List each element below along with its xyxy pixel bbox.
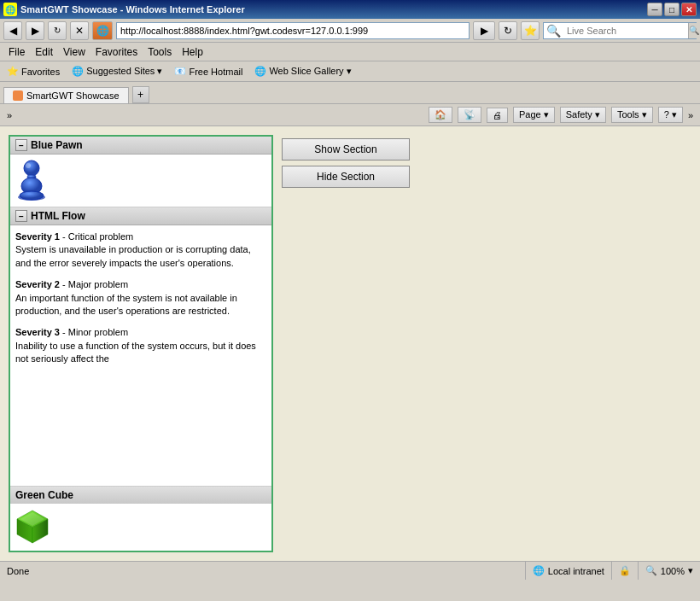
- refresh-button[interactable]: ↻: [48, 21, 67, 40]
- search-provider-icon: 🔍: [544, 24, 563, 38]
- blue-pawn-title: Blue Pawn: [31, 139, 83, 151]
- search-box: 🔍 🔍: [543, 22, 697, 39]
- safety-button[interactable]: Safety ▾: [560, 107, 606, 123]
- tab-smartgwt[interactable]: SmartGWT Showcase: [3, 87, 129, 103]
- tab-label: SmartGWT Showcase: [26, 90, 120, 101]
- menu-favorites[interactable]: Favorites: [90, 44, 143, 60]
- zoom-icon: 🔍: [645, 565, 657, 576]
- zone-label: Local intranet: [548, 566, 604, 576]
- svg-point-5: [26, 163, 31, 168]
- free-hotmail-button[interactable]: 📧 Free Hotmail: [171, 64, 246, 79]
- hotmail-icon: 📧: [174, 66, 186, 77]
- more-tools-icon: »: [7, 110, 12, 120]
- severity-1-description: System is unavailable in production or i…: [15, 243, 266, 270]
- tab-favicon: [13, 90, 23, 101]
- help-button[interactable]: ? ▾: [658, 107, 683, 123]
- print-button[interactable]: 🖨: [487, 108, 508, 123]
- extra-options-icon: »: [688, 110, 693, 120]
- feeds-button[interactable]: 📡: [458, 107, 481, 123]
- ie-logo: 🌐: [92, 21, 113, 40]
- menu-help[interactable]: Help: [177, 44, 208, 60]
- hide-section-button[interactable]: Hide Section: [282, 166, 410, 188]
- severity-3-description: Inability to use a function of the syste…: [15, 340, 266, 366]
- svg-point-4: [20, 191, 44, 200]
- main-content: − Blue Pawn: [0, 126, 700, 561]
- favorites-label: Favorites: [21, 67, 60, 77]
- window-title: SmartGWT Showcase - Windows Internet Exp…: [20, 4, 245, 15]
- status-bar: Done 🌐 Local intranet 🔒 🔍 100% ▾: [0, 561, 700, 580]
- green-cube-header: Green Cube: [10, 487, 271, 504]
- section-container: − Blue Pawn: [9, 135, 273, 552]
- html-flow-content[interactable]: Severity 1 - Critical problem System is …: [10, 225, 271, 486]
- blue-pawn-header: − Blue Pawn: [10, 137, 271, 155]
- menu-tools[interactable]: Tools: [143, 44, 177, 60]
- search-submit-button[interactable]: 🔍: [688, 23, 699, 38]
- forward-button[interactable]: ▶: [26, 21, 44, 40]
- html-flow-section: − HTML Flow Severity 1 - Critical proble…: [10, 207, 271, 486]
- security-section: 🔒: [611, 562, 638, 580]
- html-flow-header: − HTML Flow: [10, 207, 271, 225]
- stop-button[interactable]: ✕: [70, 21, 89, 40]
- page-button[interactable]: Page ▾: [513, 107, 555, 123]
- minimize-button[interactable]: ─: [647, 3, 662, 16]
- green-cube-title: Green Cube: [15, 489, 73, 501]
- suggested-sites-icon: 🌐: [72, 66, 84, 77]
- new-tab-button[interactable]: +: [132, 86, 149, 103]
- tab-bar: SmartGWT Showcase +: [0, 82, 700, 104]
- severity-2-title: Severity 2 - Major problem: [15, 278, 266, 291]
- svg-point-0: [24, 160, 39, 176]
- web-slice-label: Web Slice Gallery ▾: [269, 66, 351, 77]
- blue-pawn-content: [10, 155, 271, 207]
- favorites-star-icon: ⭐: [7, 66, 19, 77]
- address-bar: ◀ ▶ ↻ ✕ 🌐 ▶ ↻ ⭐ 🔍 🔍: [0, 19, 700, 43]
- navigation-row: » 🏠 📡 🖨 Page ▾ Safety ▾ Tools ▾ ? ▾ »: [0, 104, 700, 126]
- close-button[interactable]: ✕: [681, 3, 697, 16]
- go-button[interactable]: ▶: [473, 21, 495, 40]
- address-input[interactable]: [116, 22, 470, 39]
- window-controls: ─ □ ✕: [647, 3, 697, 16]
- html-flow-title: HTML Flow: [31, 210, 85, 222]
- severity-1-entry: Severity 1 - Critical problem System is …: [15, 230, 266, 270]
- zoom-section[interactable]: 🔍 100% ▾: [638, 562, 700, 580]
- web-slice-icon: 🌐: [254, 66, 266, 77]
- refresh-btn2[interactable]: ↻: [499, 21, 517, 40]
- lock-icon: 🔒: [619, 565, 631, 576]
- green-cube-icon: [14, 507, 51, 545]
- zone-section: 🌐 Local intranet: [525, 562, 611, 580]
- favorites-star[interactable]: ⭐: [521, 21, 540, 40]
- green-cube-content: [10, 504, 271, 551]
- zone-icon: 🌐: [533, 565, 545, 576]
- severity-3-title: Severity 3 - Minor problem: [15, 326, 266, 339]
- menu-view[interactable]: View: [58, 44, 90, 60]
- favorites-bar: ⭐ Favorites 🌐 Suggested Sites ▾ 📧 Free H…: [0, 61, 700, 82]
- favorites-button[interactable]: ⭐ Favorites: [3, 64, 63, 79]
- zoom-chevron-icon: ▾: [688, 565, 693, 576]
- title-bar: 🌐 SmartGWT Showcase - Windows Internet E…: [0, 0, 700, 19]
- blue-pawn-toggle[interactable]: −: [15, 139, 27, 151]
- blue-pawn-icon: [14, 158, 50, 201]
- home-button[interactable]: 🏠: [429, 107, 452, 123]
- severity-3-entry: Severity 3 - Minor problem Inability to …: [15, 326, 266, 365]
- green-cube-section: Green Cube: [10, 486, 271, 551]
- menu-bar: File Edit View Favorites Tools Help: [0, 43, 700, 61]
- menu-edit[interactable]: Edit: [30, 44, 58, 60]
- search-input[interactable]: [563, 26, 688, 36]
- menu-file[interactable]: File: [3, 44, 30, 60]
- maximize-button[interactable]: □: [664, 3, 680, 16]
- suggested-sites-label: Suggested Sites ▾: [86, 66, 162, 77]
- severity-2-description: An important function of the system is n…: [15, 292, 266, 318]
- suggested-sites-button[interactable]: 🌐 Suggested Sites ▾: [68, 64, 166, 79]
- free-hotmail-label: Free Hotmail: [189, 67, 242, 77]
- html-flow-toggle[interactable]: −: [15, 210, 27, 222]
- web-slice-gallery-button[interactable]: 🌐 Web Slice Gallery ▾: [251, 64, 354, 79]
- severity-2-entry: Severity 2 - Major problem An important …: [15, 278, 266, 318]
- zoom-level: 100%: [661, 566, 685, 576]
- right-panel: Show Section Hide Section: [282, 135, 410, 552]
- back-button[interactable]: ◀: [3, 21, 22, 40]
- blue-pawn-section: − Blue Pawn: [10, 137, 271, 207]
- tools-button[interactable]: Tools ▾: [611, 107, 653, 123]
- show-section-button[interactable]: Show Section: [282, 138, 410, 160]
- window-icon: 🌐: [3, 3, 17, 16]
- severity-1-title: Severity 1 - Critical problem: [15, 230, 266, 243]
- status-text: Done: [0, 566, 525, 576]
